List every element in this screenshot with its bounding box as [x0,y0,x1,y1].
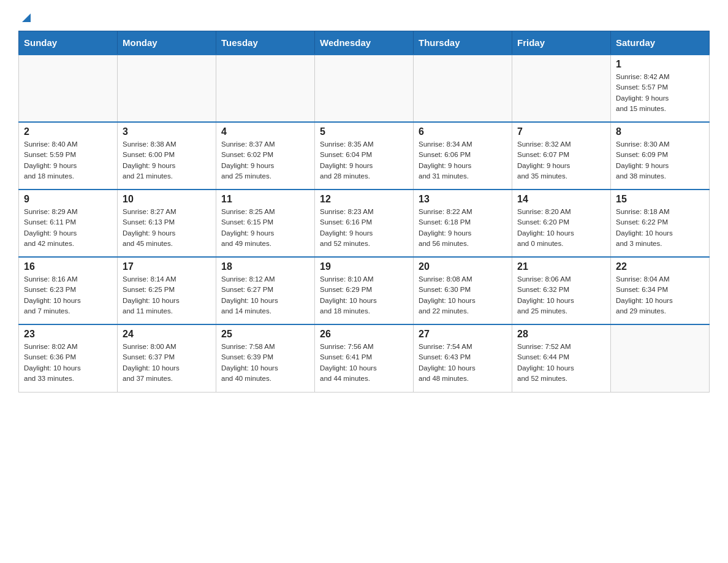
day-number: 22 [616,261,704,272]
weekday-header-saturday: Saturday [611,31,710,55]
logo-triangle-icon [20,11,33,25]
day-info: Sunrise: 8:38 AM Sunset: 6:00 PM Dayligh… [123,139,211,182]
calendar-week-row: 16Sunrise: 8:16 AM Sunset: 6:23 PM Dayli… [19,257,710,324]
day-number: 3 [123,126,211,137]
day-info: Sunrise: 8:04 AM Sunset: 6:34 PM Dayligh… [616,274,704,316]
day-info: Sunrise: 8:23 AM Sunset: 6:16 PM Dayligh… [320,207,408,249]
svg-marker-0 [22,13,31,22]
calendar-cell [118,55,216,122]
day-number: 5 [320,126,408,137]
day-info: Sunrise: 7:58 AM Sunset: 6:39 PM Dayligh… [221,342,309,384]
calendar-cell: 4Sunrise: 8:37 AM Sunset: 6:02 PM Daylig… [216,122,315,190]
weekday-header-thursday: Thursday [414,31,512,55]
calendar-cell: 10Sunrise: 8:27 AM Sunset: 6:13 PM Dayli… [118,190,216,257]
day-info: Sunrise: 8:27 AM Sunset: 6:13 PM Dayligh… [123,207,211,249]
weekday-header-monday: Monday [118,31,216,55]
calendar-cell: 2Sunrise: 8:40 AM Sunset: 5:59 PM Daylig… [19,122,118,190]
day-info: Sunrise: 8:40 AM Sunset: 5:59 PM Dayligh… [24,139,112,182]
day-number: 9 [24,194,112,205]
calendar-cell: 18Sunrise: 8:12 AM Sunset: 6:27 PM Dayli… [216,257,315,324]
calendar-cell: 23Sunrise: 8:02 AM Sunset: 6:36 PM Dayli… [19,324,118,392]
day-info: Sunrise: 8:35 AM Sunset: 6:04 PM Dayligh… [320,139,408,182]
day-number: 27 [419,329,507,340]
weekday-header-wednesday: Wednesday [315,31,414,55]
calendar-cell: 3Sunrise: 8:38 AM Sunset: 6:00 PM Daylig… [118,122,216,190]
day-number: 6 [419,126,507,137]
day-info: Sunrise: 8:25 AM Sunset: 6:15 PM Dayligh… [221,207,309,249]
calendar-cell: 12Sunrise: 8:23 AM Sunset: 6:16 PM Dayli… [315,190,414,257]
day-number: 18 [221,261,309,272]
day-number: 21 [517,261,605,272]
calendar-cell: 6Sunrise: 8:34 AM Sunset: 6:06 PM Daylig… [414,122,512,190]
calendar-cell [19,55,118,122]
day-info: Sunrise: 8:34 AM Sunset: 6:06 PM Dayligh… [419,139,507,182]
calendar-cell [512,55,611,122]
day-info: Sunrise: 8:30 AM Sunset: 6:09 PM Dayligh… [616,139,704,182]
weekday-header-friday: Friday [512,31,611,55]
day-info: Sunrise: 8:22 AM Sunset: 6:18 PM Dayligh… [419,207,507,249]
calendar-cell: 5Sunrise: 8:35 AM Sunset: 6:04 PM Daylig… [315,122,414,190]
calendar-cell: 15Sunrise: 8:18 AM Sunset: 6:22 PM Dayli… [611,190,710,257]
day-info: Sunrise: 8:06 AM Sunset: 6:32 PM Dayligh… [517,274,605,316]
day-info: Sunrise: 8:14 AM Sunset: 6:25 PM Dayligh… [123,274,211,316]
day-number: 26 [320,329,408,340]
day-info: Sunrise: 8:10 AM Sunset: 6:29 PM Dayligh… [320,274,408,316]
weekday-header-sunday: Sunday [19,31,118,55]
day-info: Sunrise: 8:00 AM Sunset: 6:37 PM Dayligh… [123,342,211,384]
day-number: 20 [419,261,507,272]
day-number: 2 [24,126,112,137]
calendar-cell: 13Sunrise: 8:22 AM Sunset: 6:18 PM Dayli… [414,190,512,257]
day-info: Sunrise: 7:56 AM Sunset: 6:41 PM Dayligh… [320,342,408,384]
day-info: Sunrise: 8:32 AM Sunset: 6:07 PM Dayligh… [517,139,605,182]
calendar-cell: 8Sunrise: 8:30 AM Sunset: 6:09 PM Daylig… [611,122,710,190]
logo [18,12,33,25]
calendar-cell: 19Sunrise: 8:10 AM Sunset: 6:29 PM Dayli… [315,257,414,324]
calendar-cell: 9Sunrise: 8:29 AM Sunset: 6:11 PM Daylig… [19,190,118,257]
day-number: 17 [123,261,211,272]
calendar-cell: 7Sunrise: 8:32 AM Sunset: 6:07 PM Daylig… [512,122,611,190]
day-number: 13 [419,194,507,205]
calendar-cell: 22Sunrise: 8:04 AM Sunset: 6:34 PM Dayli… [611,257,710,324]
day-info: Sunrise: 8:29 AM Sunset: 6:11 PM Dayligh… [24,207,112,249]
calendar-cell [611,324,710,392]
calendar-cell: 25Sunrise: 7:58 AM Sunset: 6:39 PM Dayli… [216,324,315,392]
calendar-cell: 24Sunrise: 8:00 AM Sunset: 6:37 PM Dayli… [118,324,216,392]
day-number: 25 [221,329,309,340]
day-number: 1 [616,59,704,70]
day-number: 19 [320,261,408,272]
calendar-cell: 21Sunrise: 8:06 AM Sunset: 6:32 PM Dayli… [512,257,611,324]
calendar-table: SundayMondayTuesdayWednesdayThursdayFrid… [18,31,710,393]
day-number: 12 [320,194,408,205]
day-number: 16 [24,261,112,272]
calendar-cell: 17Sunrise: 8:14 AM Sunset: 6:25 PM Dayli… [118,257,216,324]
day-number: 23 [24,329,112,340]
day-number: 8 [616,126,704,137]
calendar-cell: 14Sunrise: 8:20 AM Sunset: 6:20 PM Dayli… [512,190,611,257]
day-number: 4 [221,126,309,137]
day-info: Sunrise: 8:18 AM Sunset: 6:22 PM Dayligh… [616,207,704,249]
weekday-header-tuesday: Tuesday [216,31,315,55]
calendar-cell: 26Sunrise: 7:56 AM Sunset: 6:41 PM Dayli… [315,324,414,392]
day-info: Sunrise: 7:52 AM Sunset: 6:44 PM Dayligh… [517,342,605,384]
day-info: Sunrise: 8:12 AM Sunset: 6:27 PM Dayligh… [221,274,309,316]
weekday-header-row: SundayMondayTuesdayWednesdayThursdayFrid… [19,31,710,55]
day-number: 15 [616,194,704,205]
day-info: Sunrise: 8:37 AM Sunset: 6:02 PM Dayligh… [221,139,309,182]
calendar-cell [414,55,512,122]
day-info: Sunrise: 8:08 AM Sunset: 6:30 PM Dayligh… [419,274,507,316]
calendar-cell: 1Sunrise: 8:42 AM Sunset: 5:57 PM Daylig… [611,55,710,122]
calendar-cell [216,55,315,122]
day-number: 28 [517,329,605,340]
calendar-week-row: 2Sunrise: 8:40 AM Sunset: 5:59 PM Daylig… [19,122,710,190]
day-number: 7 [517,126,605,137]
calendar-week-row: 1Sunrise: 8:42 AM Sunset: 5:57 PM Daylig… [19,55,710,122]
page-header [18,12,710,25]
day-info: Sunrise: 8:02 AM Sunset: 6:36 PM Dayligh… [24,342,112,384]
day-number: 24 [123,329,211,340]
day-number: 11 [221,194,309,205]
calendar-cell [315,55,414,122]
day-info: Sunrise: 8:42 AM Sunset: 5:57 PM Dayligh… [616,72,704,114]
day-number: 14 [517,194,605,205]
calendar-cell: 20Sunrise: 8:08 AM Sunset: 6:30 PM Dayli… [414,257,512,324]
calendar-cell: 16Sunrise: 8:16 AM Sunset: 6:23 PM Dayli… [19,257,118,324]
